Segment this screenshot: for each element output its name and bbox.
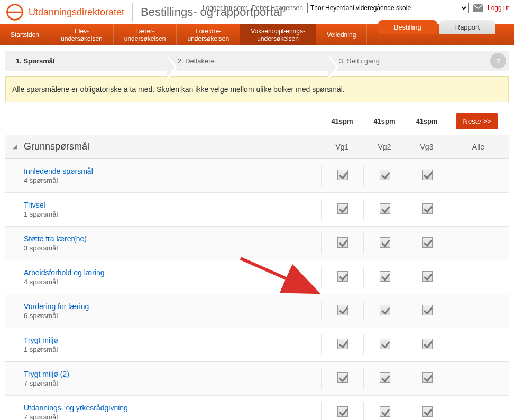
check-alle (448, 408, 509, 417)
col-vg3: Vg3 (406, 143, 448, 151)
question-title[interactable]: Trivsel (24, 201, 321, 209)
question-info: Innledende spørsmål4 spørsmål (5, 167, 321, 184)
nav-elev[interactable]: Elev- undersøkelsen (50, 24, 114, 45)
step-2[interactable]: 2. Deltakere (167, 57, 329, 65)
checkbox-checked-disabled-icon (422, 305, 433, 315)
groups-header: ◢ Grunnspørsmål Vg1 Vg2 Vg3 Alle (5, 135, 509, 159)
question-title[interactable]: Vurdering for læring (24, 302, 321, 311)
question-row: Utdannings- og yrkesrådgivning7 spørsmål (5, 396, 509, 420)
checkbox-checked-disabled-icon (380, 203, 390, 214)
check-alle (448, 341, 509, 349)
question-info: Trygt miljø (2)7 spørsmål (5, 370, 321, 387)
checkbox-checked-disabled-icon (380, 237, 390, 248)
col-alle: Alle (448, 143, 509, 151)
question-title[interactable]: Støtte fra lærer(ne) (24, 235, 321, 243)
checkbox-checked-disabled-icon (337, 237, 348, 248)
question-row: Trygt miljø1 spørsmål (5, 328, 509, 362)
question-title[interactable]: Trygt miljø (24, 336, 321, 344)
question-title[interactable]: Utdannings- og yrkesrådgivning (24, 404, 321, 412)
check-vg1 (321, 199, 363, 220)
check-alle (448, 239, 509, 248)
check-vg2 (363, 233, 406, 254)
step-3[interactable]: 3. Sett i gang (328, 57, 490, 65)
spm-count-vg2: 41spm (363, 117, 406, 125)
checkbox-checked-disabled-icon (337, 170, 348, 180)
check-vg1 (321, 301, 363, 321)
check-vg1 (321, 402, 363, 420)
checkbox-checked-disabled-icon (380, 170, 390, 180)
checkbox-checked-disabled-icon (380, 271, 390, 282)
logo-icon (5, 3, 24, 22)
checkbox-checked-disabled-icon (337, 406, 348, 417)
question-count: 4 spørsmål (24, 176, 321, 184)
question-count: 6 spørsmål (24, 312, 321, 320)
checkbox-checked-disabled-icon (380, 372, 390, 383)
user-name: Petter Haagensen (252, 4, 303, 12)
tab-bestilling[interactable]: Bestilling (378, 20, 437, 34)
spm-count-row: 41spm 41spm 41spm Neste >> (5, 108, 509, 135)
divider (132, 3, 133, 22)
checkbox-checked-disabled-icon (422, 271, 433, 282)
question-info: Vurdering for læring6 spørsmål (5, 302, 321, 320)
info-banner: Alle spørsmålene er obligatoriske å ta m… (5, 76, 509, 102)
check-vg3 (406, 402, 448, 420)
question-count: 4 spørsmål (24, 278, 321, 286)
groups-title: Grunnspørsmål (24, 141, 321, 152)
check-alle (448, 375, 509, 383)
check-vg1 (321, 233, 363, 254)
tab-rapport[interactable]: Rapport (439, 20, 495, 34)
step-1[interactable]: 1. Spørsmål (5, 57, 167, 65)
spm-count-vg3: 41spm (406, 117, 448, 125)
checkbox-checked-disabled-icon (337, 339, 348, 349)
col-vg1: Vg1 (321, 143, 363, 151)
check-alle (448, 273, 509, 282)
question-count: 3 spørsmål (24, 244, 321, 252)
question-info: Trygt miljø1 spørsmål (5, 336, 321, 353)
check-alle (448, 172, 509, 180)
nav-foreldre[interactable]: Foreldre- undersøkelsen (177, 24, 240, 45)
checkbox-checked-disabled-icon (380, 305, 390, 315)
check-vg2 (363, 267, 406, 287)
next-button[interactable]: Neste >> (456, 113, 499, 129)
nav-startsiden[interactable]: Startsiden (0, 24, 50, 45)
school-select[interactable]: Thor Heyerdahl videregående skole (307, 3, 469, 13)
nav-voksen[interactable]: Voksenopplærings- undersøkelsen (240, 24, 316, 45)
check-vg3 (406, 165, 448, 186)
main-tabs: Bestilling Rapport (378, 20, 495, 34)
spm-count-vg1: 41spm (321, 117, 363, 125)
question-title[interactable]: Trygt miljø (2) (24, 370, 321, 378)
nav-laerer[interactable]: Lærer- undersøkelsen (114, 24, 177, 45)
checkbox-checked-disabled-icon (422, 372, 433, 383)
check-vg3 (406, 368, 448, 389)
checkbox-checked-disabled-icon (422, 170, 433, 180)
question-title[interactable]: Innledende spørsmål (24, 167, 321, 175)
nav-veiledning[interactable]: Veiledning (316, 24, 367, 45)
checkbox-checked-disabled-icon (422, 339, 433, 349)
org-name: Utdanningsdirektoratet (29, 7, 124, 18)
check-vg2 (363, 402, 406, 420)
check-vg1 (321, 334, 363, 355)
question-info: Trivsel1 spørsmål (5, 201, 321, 218)
checkbox-checked-disabled-icon (380, 406, 390, 417)
question-count: 1 spørsmål (24, 210, 321, 218)
logo-area: Utdanningsdirektoratet (5, 3, 124, 22)
step-3-label: 3. Sett i gang (339, 57, 380, 65)
checkbox-checked-disabled-icon (422, 203, 433, 214)
check-vg3 (406, 334, 448, 355)
logout-link[interactable]: Logg ut (488, 4, 509, 12)
col-vg2: Vg2 (363, 143, 406, 151)
collapse-icon[interactable]: ◢ (5, 143, 24, 150)
mail-icon[interactable] (473, 4, 483, 12)
login-label: Logget inn som: (203, 4, 247, 12)
step-2-label: 2. Deltakere (178, 57, 215, 65)
check-vg2 (363, 301, 406, 321)
question-row: Trygt miljø (2)7 spørsmål (5, 362, 509, 396)
check-vg2 (363, 334, 406, 355)
check-vg1 (321, 368, 363, 389)
help-icon[interactable]: ? (490, 53, 506, 69)
check-vg2 (363, 165, 406, 186)
question-title[interactable]: Arbeidsforhold og læring (24, 268, 321, 277)
checkbox-checked-disabled-icon (380, 339, 390, 349)
check-vg1 (321, 267, 363, 287)
question-count: 7 spørsmål (24, 379, 321, 387)
